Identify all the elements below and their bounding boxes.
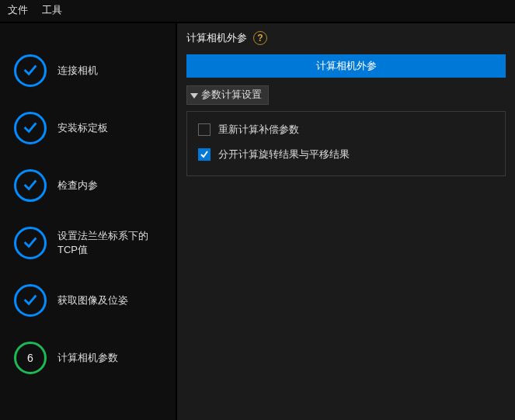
help-icon[interactable]: ?	[253, 31, 267, 45]
step-item[interactable]: 连接相机	[0, 42, 176, 99]
check-icon	[200, 150, 209, 159]
split-label: 分开计算旋转结果与平移结果	[218, 148, 350, 161]
recalc-checkbox[interactable]	[198, 123, 211, 136]
content: 计算相机外参 ? 计算相机外参 参数计算设置 重新计算补偿参数 分开计算旋转结果…	[176, 23, 515, 420]
step-label: 设置法兰坐标系下的TCP值	[57, 229, 168, 257]
step-label: 计算相机参数	[57, 351, 118, 365]
step-done-icon	[14, 169, 47, 202]
sidebar: 连接相机安装标定板检查内参设置法兰坐标系下的TCP值获取图像及位姿6计算相机参数	[0, 23, 176, 420]
content-header: 计算相机外参 ?	[177, 23, 515, 54]
chevron-down-icon	[190, 92, 198, 99]
menubar: 文件 工具	[0, 0, 515, 22]
section-title: 参数计算设置	[201, 89, 262, 102]
menu-file[interactable]: 文件	[8, 3, 28, 17]
option-recalc: 重新计算补偿参数	[198, 123, 494, 137]
split-checkbox[interactable]	[198, 148, 211, 161]
step-label: 连接相机	[57, 64, 98, 78]
step-item[interactable]: 获取图像及位姿	[0, 272, 176, 329]
step-item[interactable]: 设置法兰坐标系下的TCP值	[0, 214, 176, 272]
step-label: 安装标定板	[57, 121, 108, 135]
step-done-icon	[14, 54, 47, 87]
header-title: 计算相机外参	[186, 31, 247, 45]
step-done-icon	[14, 284, 47, 317]
compute-extrinsics-button[interactable]: 计算相机外参	[186, 54, 506, 78]
section-toggle[interactable]: 参数计算设置	[186, 85, 269, 105]
step-label: 获取图像及位姿	[57, 293, 128, 307]
main: 连接相机安装标定板检查内参设置法兰坐标系下的TCP值获取图像及位姿6计算相机参数…	[0, 22, 515, 420]
step-done-icon	[14, 112, 47, 144]
recalc-label: 重新计算补偿参数	[218, 123, 299, 137]
menu-tool[interactable]: 工具	[42, 3, 62, 17]
step-item[interactable]: 检查内参	[0, 157, 176, 214]
option-split: 分开计算旋转结果与平移结果	[198, 148, 494, 161]
step-label: 检查内参	[57, 179, 98, 193]
step-current-icon: 6	[14, 342, 47, 374]
step-item[interactable]: 6计算相机参数	[0, 329, 176, 387]
settings-panel: 重新计算补偿参数 分开计算旋转结果与平移结果	[186, 111, 506, 176]
step-done-icon	[14, 227, 47, 259]
step-item[interactable]: 安装标定板	[0, 99, 176, 157]
svg-marker-0	[190, 93, 198, 99]
